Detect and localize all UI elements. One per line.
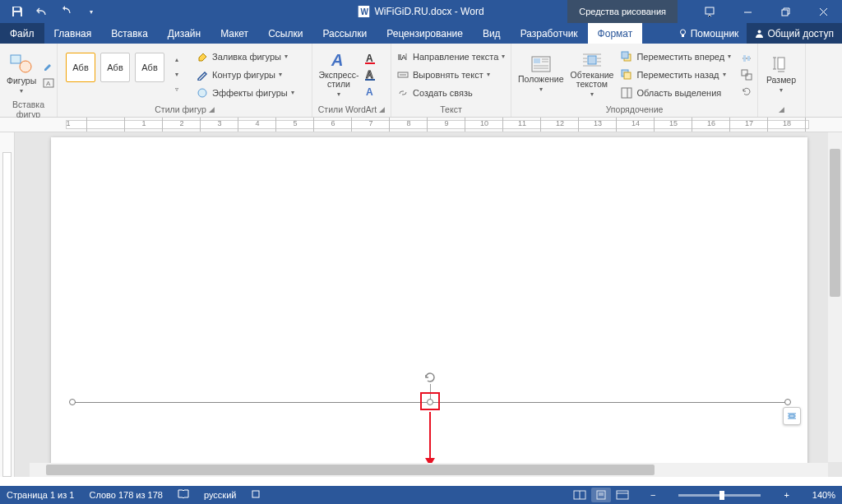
position-button[interactable]: Положение▾ bbox=[516, 53, 566, 95]
ruler-vertical[interactable] bbox=[0, 132, 15, 477]
shape-style-preset-3[interactable]: Абв bbox=[135, 53, 164, 82]
zoom-slider[interactable] bbox=[678, 494, 761, 497]
resize-handle-left[interactable] bbox=[69, 399, 76, 405]
restore-icon[interactable] bbox=[766, 0, 804, 23]
rotate-objects-button[interactable] bbox=[739, 84, 754, 99]
wordart-quick-styles-button[interactable]: A Экспресс- стили▾ bbox=[317, 49, 360, 100]
style-scroll-up[interactable]: ▴ bbox=[169, 53, 184, 67]
text-effects-button[interactable]: A bbox=[363, 84, 378, 99]
status-spellcheck[interactable] bbox=[178, 489, 189, 501]
svg-text:A: A bbox=[366, 86, 373, 97]
scrollbar-horizontal[interactable] bbox=[30, 463, 828, 477]
status-macro[interactable] bbox=[251, 489, 261, 501]
annotation-arrow bbox=[429, 412, 431, 465]
edit-shape-button[interactable] bbox=[41, 59, 56, 74]
size-button[interactable]: Размер▾ bbox=[763, 53, 799, 95]
align-text-button[interactable]: Выровнять текст ▾ bbox=[396, 67, 505, 83]
bring-forward-button[interactable]: Переместить вперед ▾ bbox=[620, 49, 731, 65]
scrollbar-vertical[interactable] bbox=[828, 132, 842, 462]
tell-me-button[interactable]: Помощник bbox=[670, 23, 747, 44]
zoom-level[interactable]: 140% bbox=[812, 490, 835, 500]
status-page[interactable]: Страница 1 из 1 bbox=[7, 490, 74, 500]
layout-options-button[interactable] bbox=[783, 407, 801, 425]
pen-outline-icon bbox=[196, 68, 209, 81]
rotate-handle[interactable] bbox=[423, 371, 437, 384]
text-outline-button[interactable]: A bbox=[363, 67, 378, 82]
tab-review[interactable]: Рецензирование bbox=[377, 23, 473, 44]
size-icon bbox=[771, 54, 791, 74]
shape-effects-button[interactable]: Эффекты фигуры ▾ bbox=[196, 85, 294, 101]
svg-rect-54 bbox=[252, 491, 259, 497]
tab-design[interactable]: Дизайн bbox=[158, 23, 210, 44]
wrap-text-icon bbox=[581, 51, 603, 69]
shape-fill-button[interactable]: Заливка фигуры ▾ bbox=[196, 49, 294, 65]
document-canvas[interactable]: шего WiFiГида. Но чтобы помогли, заметит… bbox=[15, 132, 842, 477]
send-backward-button[interactable]: Переместить назад ▾ bbox=[620, 67, 731, 83]
ribbon-options-icon[interactable] bbox=[691, 0, 729, 23]
status-word-count[interactable]: Слово 178 из 178 bbox=[89, 490, 163, 500]
shape-style-preset-1[interactable]: Абв bbox=[66, 53, 95, 82]
layout-options-icon bbox=[786, 410, 798, 422]
undo-icon[interactable] bbox=[31, 2, 53, 21]
tab-insert[interactable]: Вставка bbox=[101, 23, 158, 44]
zoom-out-button[interactable]: − bbox=[647, 490, 659, 500]
qat-customize-icon[interactable]: ▾ bbox=[81, 2, 102, 21]
tab-developer[interactable]: Разработчик bbox=[511, 23, 588, 44]
svg-text:W: W bbox=[360, 7, 368, 16]
tab-view[interactable]: Вид bbox=[473, 23, 511, 44]
ribbon: Фигуры▾ A Вставка фигур Абв Абв Абв ▴ ▾ … bbox=[0, 44, 842, 118]
svg-rect-4 bbox=[782, 10, 788, 16]
svg-rect-38 bbox=[622, 52, 628, 58]
style-scroll-down[interactable]: ▾ bbox=[169, 67, 184, 82]
svg-text:A: A bbox=[366, 53, 373, 64]
wordart-dialog-launcher[interactable]: ◢ bbox=[379, 105, 385, 113]
group-objects-button[interactable] bbox=[739, 67, 754, 82]
macro-stop-icon bbox=[251, 489, 261, 499]
tab-mailings[interactable]: Рассылки bbox=[312, 23, 377, 44]
view-web-layout[interactable] bbox=[613, 488, 632, 502]
status-language[interactable]: русский bbox=[204, 490, 236, 500]
text-direction-button[interactable]: llAНаправление текста ▾ bbox=[396, 49, 505, 65]
selection-pane-button[interactable]: Область выделения bbox=[620, 85, 731, 101]
group-arrange: Положение▾ Обтекание текстом▾ Переместит… bbox=[511, 44, 758, 117]
tab-file[interactable]: Файл bbox=[0, 23, 44, 44]
svg-text:A: A bbox=[331, 51, 343, 69]
bring-forward-icon bbox=[620, 50, 633, 63]
create-link-button[interactable]: Создать связь bbox=[396, 85, 505, 101]
ruler-horizontal[interactable]: 1123456789101112131415161718 bbox=[0, 118, 842, 132]
draw-textbox-button[interactable]: A bbox=[41, 76, 56, 90]
zoom-in-button[interactable]: + bbox=[780, 490, 792, 500]
align-objects-button[interactable] bbox=[739, 51, 754, 66]
shapes-gallery-button[interactable]: Фигуры▾ bbox=[5, 52, 38, 96]
svg-rect-10 bbox=[11, 55, 21, 63]
view-print-layout[interactable] bbox=[591, 488, 611, 502]
svg-rect-48 bbox=[778, 58, 784, 69]
text-fill-button[interactable]: A bbox=[363, 51, 378, 66]
title-bar: ▾ W WiFiGiD.RU.docx - Word Средства рисо… bbox=[0, 0, 842, 23]
share-button[interactable]: Общий доступ bbox=[747, 23, 842, 44]
view-read-mode[interactable] bbox=[570, 488, 590, 502]
style-gallery-more[interactable]: ▿ bbox=[169, 82, 184, 97]
tab-references[interactable]: Ссылки bbox=[258, 23, 312, 44]
svg-rect-47 bbox=[746, 74, 752, 80]
shape-styles-dialog-launcher[interactable]: ◢ bbox=[209, 105, 215, 113]
person-icon bbox=[755, 29, 764, 38]
minimize-icon[interactable] bbox=[729, 0, 766, 23]
wrap-text-button[interactable]: Обтекание текстом▾ bbox=[569, 49, 616, 100]
resize-handle-right[interactable] bbox=[784, 399, 791, 405]
shape-outline-button[interactable]: Контур фигуры ▾ bbox=[196, 67, 294, 83]
paint-bucket-icon bbox=[196, 50, 209, 63]
selected-shape[interactable] bbox=[72, 402, 788, 404]
tab-format[interactable]: Формат bbox=[588, 23, 643, 44]
redo-icon[interactable] bbox=[56, 2, 77, 21]
svg-rect-2 bbox=[706, 7, 714, 14]
close-icon[interactable] bbox=[804, 0, 842, 23]
window-controls bbox=[691, 0, 842, 23]
tab-layout[interactable]: Макет bbox=[210, 23, 258, 44]
shape-style-preset-2[interactable]: Абв bbox=[100, 53, 130, 82]
tab-home[interactable]: Главная bbox=[44, 23, 102, 44]
size-dialog-launcher[interactable]: ◢ bbox=[779, 105, 784, 113]
svg-rect-30 bbox=[588, 56, 596, 64]
save-icon[interactable] bbox=[7, 2, 28, 21]
svg-text:A: A bbox=[46, 80, 51, 87]
